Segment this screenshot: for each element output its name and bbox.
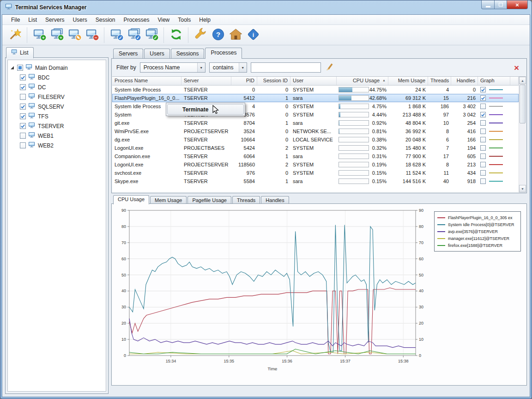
help-button[interactable]: ? — [209, 26, 227, 44]
chart-tab-cpu-usage[interactable]: CPU Usage — [113, 195, 149, 204]
table-row[interactable]: WmiPrvSE.exePROJECTSERVER35240NETWORK SE… — [112, 127, 519, 135]
connect-all-button[interactable]: ✓ — [143, 26, 160, 44]
menu-file[interactable]: File — [7, 15, 24, 25]
scroll-down-button[interactable]: ▼ — [519, 185, 526, 192]
toolbar: ++✎−✓✓✓?i — [2, 25, 530, 45]
context-menu-item-terminate[interactable]: Terminate — [167, 104, 244, 115]
menu-tools[interactable]: Tools — [174, 15, 195, 25]
column-header-graph[interactable]: Graph — [478, 77, 510, 85]
close-button[interactable]: × — [507, 0, 528, 9]
graph-checkbox[interactable] — [480, 137, 486, 142]
tab-users[interactable]: Users — [144, 49, 169, 59]
column-header-cpu-usage[interactable]: CPU Usage ▲ — [337, 77, 388, 85]
tree-node-tserver[interactable]: TSERVER — [10, 121, 104, 131]
toolbar-separator — [27, 27, 27, 43]
graph-checkbox[interactable] — [480, 129, 486, 134]
tree-node-web1[interactable]: WEB1 — [10, 131, 104, 141]
tree-node-bdc[interactable]: BDC — [10, 73, 104, 82]
graph-checkbox[interactable] — [480, 145, 486, 151]
tree-node-tfs[interactable]: TFS — [10, 111, 104, 121]
menu-servers[interactable]: Servers — [41, 15, 68, 25]
connect-group-button[interactable]: ✓ — [125, 26, 143, 44]
menu-session[interactable]: Session — [91, 15, 120, 25]
menu-list[interactable]: List — [24, 15, 41, 25]
graph-checkbox[interactable] — [480, 104, 486, 109]
table-row[interactable]: git.exeTSERVER87041sara0.92%48 804 K1025… — [112, 119, 519, 127]
menu-view[interactable]: View — [153, 15, 174, 25]
table-row[interactable]: LogonUI.exePROJECTSERVER1185602SYSTEM0.1… — [112, 160, 519, 169]
graph-checkbox[interactable] — [480, 178, 486, 184]
filter-operator-dropdown[interactable]: contains ▼ — [209, 62, 247, 73]
table-row[interactable]: Companion.exeTSERVER60641sara0.31%77 900… — [112, 152, 519, 160]
svg-text:70: 70 — [419, 240, 423, 245]
clear-filter-icon[interactable]: × — [514, 63, 519, 72]
remove-server-button[interactable]: − — [83, 26, 101, 44]
graph-checkbox[interactable] — [480, 95, 486, 101]
fileserv-checkbox[interactable] — [20, 94, 26, 100]
expander-icon[interactable] — [11, 66, 14, 69]
connect-server-button[interactable]: ✓ — [108, 26, 125, 44]
tserver-checkbox[interactable] — [20, 123, 26, 129]
graph-checkbox[interactable] — [480, 120, 486, 126]
tree-node-main-domain[interactable]: Main Domain — [10, 63, 104, 73]
table-row[interactable]: Skype.exeTSERVER55841sara0.15%144 516 K4… — [112, 177, 519, 185]
tab-servers[interactable]: Servers — [113, 49, 143, 59]
tree-node-fileserv[interactable]: FILESERV — [10, 92, 104, 102]
cell-session-id: 0 — [257, 129, 290, 134]
add-server-alt-button[interactable]: + — [48, 26, 66, 44]
main-domain-checkbox[interactable] — [17, 65, 23, 71]
table-scrollbar[interactable]: ▲ ▼ — [519, 77, 526, 192]
column-header-user[interactable]: User — [290, 77, 337, 85]
graph-checkbox[interactable] — [480, 153, 486, 159]
titlebar[interactable]: Terminal Services Manager — [0, 0, 532, 14]
tfs-checkbox[interactable] — [20, 113, 26, 119]
minimize-button[interactable] — [481, 0, 495, 9]
server-icon — [28, 103, 36, 110]
graph-checkbox[interactable] — [480, 170, 486, 176]
tab-list[interactable]: List — [6, 47, 34, 58]
tree-node-dc[interactable]: DC — [10, 82, 104, 92]
column-header-pid[interactable]: PID — [231, 77, 257, 85]
filter-field-dropdown[interactable]: Process Name ▼ — [140, 62, 206, 73]
column-header-handles[interactable]: Handles — [451, 77, 478, 85]
graph-checkbox[interactable] — [480, 87, 486, 92]
edit-server-button[interactable]: ✎ — [66, 26, 83, 44]
scroll-thumb[interactable] — [520, 85, 526, 123]
column-header-threads[interactable]: Threads — [428, 77, 451, 85]
tab-processes[interactable]: Processes — [205, 48, 242, 59]
add-server-button[interactable]: + — [30, 26, 48, 44]
magic-wand-button[interactable] — [6, 26, 24, 44]
table-row[interactable]: FlashPlayerPlugin_16_0_0...TSERVER54121s… — [112, 94, 519, 102]
web1-checkbox[interactable] — [20, 133, 26, 139]
table-row[interactable]: svchost.exeTSERVER9760SYSTEM0.15%11 524 … — [112, 169, 519, 177]
web2-checkbox[interactable] — [20, 142, 26, 148]
column-header-server[interactable]: Server — [181, 77, 231, 85]
refresh-button[interactable] — [167, 26, 185, 44]
column-header-process-name[interactable]: Process Name — [112, 77, 181, 85]
filter-search-input[interactable] — [251, 62, 321, 73]
graph-checkbox[interactable] — [480, 162, 486, 167]
table-row[interactable]: System Idle ProcessTSERVER00SYSTEM44.75%… — [112, 86, 519, 94]
settings-wrench-button[interactable] — [192, 26, 209, 44]
maximize-button[interactable] — [495, 0, 507, 9]
svg-text:30: 30 — [121, 305, 126, 309]
column-header-session-id[interactable]: Session ID — [257, 77, 290, 85]
tree-node-sqlserv[interactable]: SQLSERV — [10, 102, 104, 111]
brush-icon[interactable] — [325, 62, 334, 73]
tree-node-web2[interactable]: WEB2 — [10, 141, 104, 150]
graph-checkbox[interactable] — [480, 112, 486, 117]
dc-checkbox[interactable] — [20, 84, 26, 90]
table-row[interactable]: LogonUI.exePROJECTBASES54242SYSTEM0.32%1… — [112, 144, 519, 152]
menu-help[interactable]: Help — [195, 15, 215, 25]
cell-server: TSERVER — [181, 137, 231, 142]
table-row[interactable]: dg.exeTSERVER106640LOCAL SERVICE0.38%20 … — [112, 135, 519, 144]
sqlserv-checkbox[interactable] — [20, 104, 26, 110]
menu-processes[interactable]: Processes — [119, 15, 153, 25]
column-header-mem-usage[interactable]: Mem Usage — [388, 77, 428, 85]
scroll-up-button[interactable]: ▲ — [519, 77, 526, 84]
menu-users[interactable]: Users — [68, 15, 91, 25]
home-button[interactable] — [227, 26, 244, 44]
tab-sessions[interactable]: Sessions — [171, 49, 205, 59]
bdc-checkbox[interactable] — [20, 74, 26, 80]
about-info-button[interactable]: i — [244, 26, 262, 44]
